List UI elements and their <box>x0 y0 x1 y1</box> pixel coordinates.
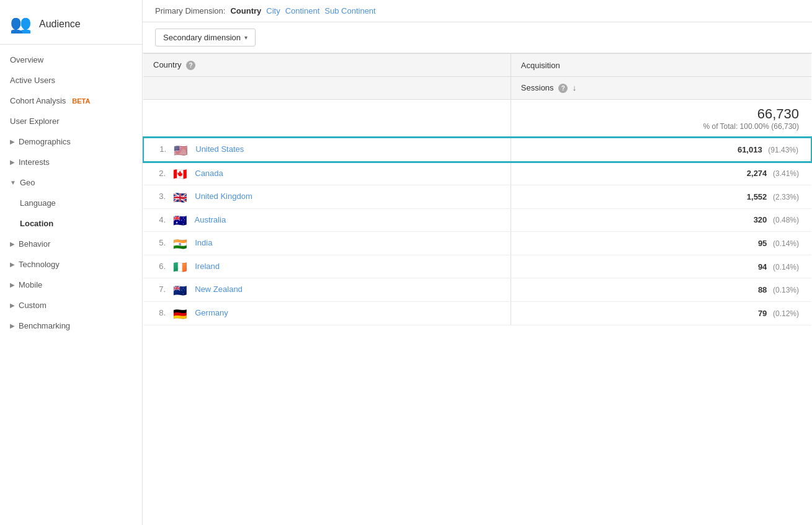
sidebar-item-overview[interactable]: Overview <box>0 50 142 70</box>
sidebar-header: 👥 Audience <box>0 6 142 45</box>
audience-icon: 👥 <box>10 14 32 34</box>
country-cell: 5. 🇮🇳 India <box>143 232 511 255</box>
sessions-percent: (0.12%) <box>773 309 799 318</box>
behavior-arrow: ▶ <box>10 240 15 247</box>
sidebar-item-benchmarking[interactable]: ▶ Benchmarking <box>0 315 142 336</box>
sidebar-item-cohort-analysis[interactable]: Cohort Analysis BETA <box>0 90 142 111</box>
flag-icon: 🇨🇦 <box>173 169 188 179</box>
country-column-header: Country ? <box>143 54 511 77</box>
total-sessions-value: 66,730 <box>521 106 799 122</box>
sidebar-item-user-explorer[interactable]: User Explorer <box>0 111 142 131</box>
sidebar-item-label: Behavior <box>19 239 50 249</box>
sessions-cell: 61,013 (91.43%) <box>511 138 811 162</box>
geo-arrow: ▼ <box>10 179 16 186</box>
secondary-dimension-bar: Secondary dimension ▾ <box>143 22 812 53</box>
flag-icon: 🇦🇺 <box>173 215 188 225</box>
dim-country[interactable]: Country <box>230 6 261 15</box>
country-link[interactable]: Germany <box>195 308 228 317</box>
sessions-value: 1,552 <box>747 192 767 201</box>
sort-down-icon: ↓ <box>573 83 577 92</box>
table-row: 8. 🇩🇪 Germany 79 (0.12%) <box>143 301 811 325</box>
table-header-row: Country ? Acquisition <box>143 54 811 77</box>
flag-icon: 🇩🇪 <box>173 309 188 319</box>
row-number: 5. <box>153 238 166 247</box>
table-row: 1. 🇺🇸 United States 61,013 (91.43%) <box>143 138 811 162</box>
sessions-value: 79 <box>758 309 767 318</box>
country-cell: 1. 🇺🇸 United States <box>143 138 511 162</box>
flag-icon: 🇳🇿 <box>173 285 188 295</box>
row-number: 1. <box>154 144 166 154</box>
table-row: 3. 🇬🇧 United Kingdom 1,552 (2.33%) <box>143 185 811 209</box>
sidebar-item-language[interactable]: Language <box>0 193 142 213</box>
flag-icon: 🇮🇪 <box>173 262 188 271</box>
primary-dimension-bar: Primary Dimension: Country City Continen… <box>143 0 812 22</box>
data-table: Country ? Acquisition Sessions ? ↓ <box>143 53 812 325</box>
sidebar: 👥 Audience Overview Active Users Cohort … <box>0 0 143 525</box>
sessions-value: 88 <box>758 285 767 294</box>
country-link[interactable]: Ireland <box>195 262 220 271</box>
sessions-value: 320 <box>754 215 767 224</box>
sidebar-item-technology[interactable]: ▶ Technology <box>0 254 142 275</box>
row-number: 8. <box>153 308 166 317</box>
sidebar-item-label: Geo <box>20 178 35 187</box>
country-help-icon[interactable]: ? <box>186 61 195 70</box>
sidebar-item-label: Cohort Analysis <box>10 96 66 105</box>
country-link[interactable]: India <box>195 238 212 247</box>
beta-badge: BETA <box>72 97 90 105</box>
sessions-help-icon[interactable]: ? <box>558 84 568 93</box>
country-link[interactable]: United Kingdom <box>195 192 252 201</box>
sidebar-item-interests[interactable]: ▶ Interests <box>0 152 142 172</box>
sessions-cell: 79 (0.12%) <box>511 301 811 325</box>
table-wrapper: Country ? Acquisition Sessions ? ↓ <box>143 53 812 525</box>
sessions-percent: (0.48%) <box>773 216 799 224</box>
row-number: 4. <box>153 215 166 224</box>
total-percent-text: % of Total: 100.00% (66,730) <box>521 122 799 131</box>
sidebar-item-label: Technology <box>19 260 60 269</box>
country-cell: 7. 🇳🇿 New Zealand <box>143 278 511 302</box>
sidebar-item-active-users[interactable]: Active Users <box>0 70 142 90</box>
benchmarking-arrow: ▶ <box>10 322 15 329</box>
sessions-column-header[interactable]: Sessions ? ↓ <box>511 77 811 100</box>
table-row: 6. 🇮🇪 Ireland 94 (0.14%) <box>143 255 811 278</box>
sidebar-item-label: Demographics <box>19 137 71 146</box>
sidebar-item-behavior[interactable]: ▶ Behavior <box>0 234 142 254</box>
sessions-value: 61,013 <box>738 145 762 154</box>
sidebar-item-geo[interactable]: ▼ Geo <box>0 172 142 193</box>
secondary-dimension-button[interactable]: Secondary dimension ▾ <box>155 29 256 46</box>
sidebar-item-label: User Explorer <box>10 117 59 126</box>
country-link[interactable]: New Zealand <box>195 285 243 294</box>
acquisition-header: Acquisition <box>511 54 811 77</box>
sessions-value: 2,274 <box>747 169 767 178</box>
row-number: 2. <box>153 169 166 178</box>
dim-city[interactable]: City <box>266 6 280 15</box>
country-link[interactable]: Australia <box>195 215 226 224</box>
sessions-cell: 1,552 (2.33%) <box>511 185 811 209</box>
sidebar-title: Audience <box>39 19 81 30</box>
interests-arrow: ▶ <box>10 159 15 165</box>
table-total-row: 66,730 % of Total: 100.00% (66,730) <box>143 100 811 138</box>
secondary-dim-label: Secondary dimension <box>163 33 241 42</box>
row-number: 7. <box>153 285 166 294</box>
sessions-cell: 2,274 (3.41%) <box>511 162 811 185</box>
sidebar-item-label: Benchmarking <box>19 321 70 330</box>
total-sessions-cell: 66,730 % of Total: 100.00% (66,730) <box>511 100 811 138</box>
dim-sub-continent[interactable]: Sub Continent <box>324 6 375 15</box>
sidebar-item-custom[interactable]: ▶ Custom <box>0 295 142 315</box>
sessions-percent: (3.41%) <box>773 169 799 178</box>
total-label-cell <box>143 100 511 138</box>
flag-icon: 🇬🇧 <box>173 192 188 202</box>
sessions-cell: 88 (0.13%) <box>511 278 811 302</box>
sidebar-item-location[interactable]: Location <box>0 213 142 234</box>
chevron-down-icon: ▾ <box>244 34 248 41</box>
country-link[interactable]: United States <box>195 144 244 154</box>
sidebar-item-label: Overview <box>10 55 43 64</box>
country-cell: 4. 🇦🇺 Australia <box>143 208 511 232</box>
sessions-value: 94 <box>758 262 767 271</box>
dim-continent[interactable]: Continent <box>285 6 320 15</box>
country-link[interactable]: Canada <box>195 169 223 178</box>
sessions-value: 95 <box>758 239 767 248</box>
table-row: 4. 🇦🇺 Australia 320 (0.48%) <box>143 208 811 232</box>
sidebar-item-mobile[interactable]: ▶ Mobile <box>0 275 142 295</box>
table-row: 2. 🇨🇦 Canada 2,274 (3.41%) <box>143 162 811 185</box>
sidebar-item-demographics[interactable]: ▶ Demographics <box>0 131 142 152</box>
